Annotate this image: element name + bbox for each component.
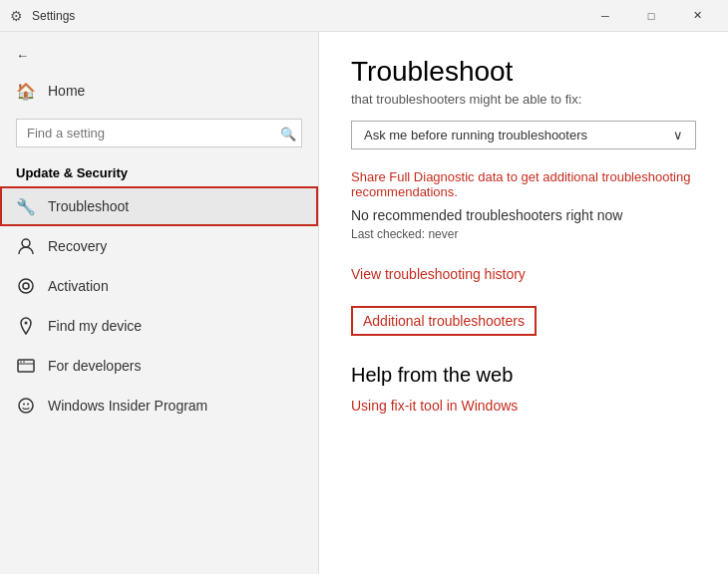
last-checked-text: Last checked: never [351, 227, 696, 241]
help-title: Help from the web [351, 364, 696, 387]
troubleshoot-icon: 🔧 [16, 196, 36, 216]
find-device-label: Find my device [48, 318, 142, 334]
sidebar-item-insider[interactable]: Windows Insider Program [0, 386, 318, 426]
troubleshoot-label: Troubleshoot [48, 198, 129, 214]
svg-point-9 [23, 404, 25, 406]
svg-point-7 [23, 361, 25, 363]
insider-icon [16, 396, 36, 416]
activation-label: Activation [48, 278, 109, 294]
close-button[interactable]: ✕ [674, 0, 720, 32]
svg-point-3 [25, 322, 28, 325]
home-icon: 🏠 [16, 81, 36, 101]
svg-point-0 [22, 239, 30, 247]
sidebar-item-recovery[interactable]: Recovery [0, 226, 318, 266]
page-title: Troubleshoot [351, 56, 696, 88]
sidebar-item-troubleshoot[interactable]: 🔧 Troubleshoot [0, 186, 318, 226]
back-icon: ← [16, 48, 29, 63]
back-button[interactable]: ← [0, 40, 318, 71]
sidebar-item-activation[interactable]: Activation [0, 266, 318, 306]
window-title: Settings [32, 9, 582, 23]
content-area: Troubleshoot that troubleshooters might … [319, 32, 728, 574]
search-icon[interactable]: 🔍 [280, 126, 296, 141]
sidebar-item-developers[interactable]: For developers [0, 346, 318, 386]
find-device-icon [16, 316, 36, 336]
sidebar: ← 🏠 Home 🔍 Update & Security 🔧 Troublesh… [0, 32, 319, 574]
svg-point-1 [19, 279, 33, 293]
title-bar: ⚙ Settings ─ □ ✕ [0, 0, 728, 32]
window-controls: ─ □ ✕ [582, 0, 720, 32]
insider-label: Windows Insider Program [48, 398, 207, 414]
dropdown-container: Ask me before running troubleshooters ∨ [351, 121, 696, 149]
app-icon: ⚙ [8, 8, 24, 24]
maximize-button[interactable]: □ [628, 0, 674, 32]
dropdown-arrow: ∨ [673, 128, 683, 143]
svg-point-8 [19, 399, 33, 413]
search-input[interactable] [16, 119, 302, 147]
help-link[interactable]: Using fix-it tool in Windows [351, 398, 518, 414]
recovery-icon [16, 236, 36, 256]
minimize-button[interactable]: ─ [582, 0, 628, 32]
activation-icon [16, 276, 36, 296]
svg-point-6 [20, 361, 22, 363]
home-label: Home [48, 83, 85, 99]
view-history-link[interactable]: View troubleshooting history [351, 266, 526, 282]
dropdown-value: Ask me before running troubleshooters [364, 128, 587, 143]
svg-point-10 [27, 404, 29, 406]
share-diagnostic-link[interactable]: Share Full Diagnostic data to get additi… [351, 169, 696, 199]
additional-troubleshooters-button[interactable]: Additional troubleshooters [351, 306, 537, 336]
sidebar-item-home[interactable]: 🏠 Home [0, 71, 318, 111]
svg-point-2 [23, 283, 29, 289]
sidebar-item-find-device[interactable]: Find my device [0, 306, 318, 346]
troubleshoot-dropdown[interactable]: Ask me before running troubleshooters ∨ [351, 121, 696, 149]
developers-label: For developers [48, 358, 141, 374]
app-body: ← 🏠 Home 🔍 Update & Security 🔧 Troublesh… [0, 32, 728, 574]
no-recommend-text: No recommended troubleshooters right now [351, 207, 696, 223]
search-container: 🔍 [0, 111, 318, 155]
developers-icon [16, 356, 36, 376]
subtitle-text: that troubleshooters might be able to fi… [351, 92, 696, 107]
recovery-label: Recovery [48, 238, 107, 254]
sidebar-section-title: Update & Security [0, 155, 318, 186]
